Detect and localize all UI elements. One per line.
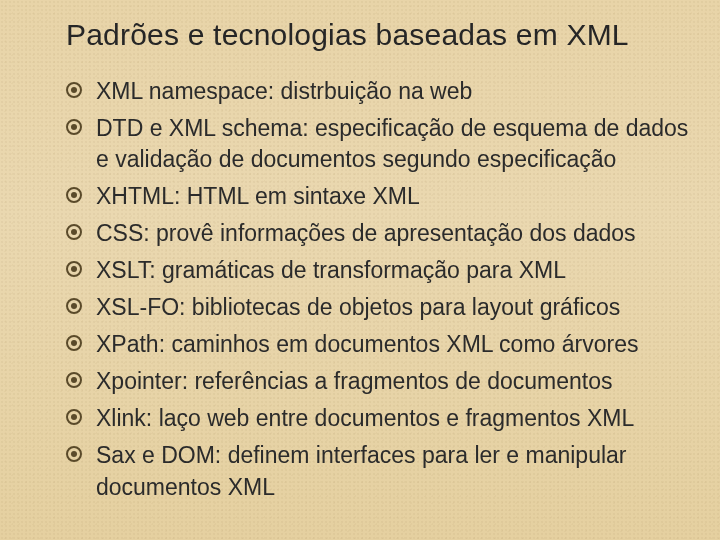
list-item: XPath: caminhos em documentos XML como á… bbox=[66, 329, 692, 360]
slide: Padrões e tecnologias baseadas em XML XM… bbox=[0, 0, 720, 540]
list-item: XHTML: HTML em sintaxe XML bbox=[66, 181, 692, 212]
list-item: XSLT: gramáticas de transformação para X… bbox=[66, 255, 692, 286]
slide-title: Padrões e tecnologias baseadas em XML bbox=[66, 18, 692, 52]
list-item: XML namespace: distrbuição na web bbox=[66, 76, 692, 107]
list-item: Sax e DOM: definem interfaces para ler e… bbox=[66, 440, 692, 502]
list-item: CSS: provê informações de apresentação d… bbox=[66, 218, 692, 249]
list-item: DTD e XML schema: especificação de esque… bbox=[66, 113, 692, 175]
bullet-list: XML namespace: distrbuição na web DTD e … bbox=[28, 76, 692, 503]
list-item: Xlink: laço web entre documentos e fragm… bbox=[66, 403, 692, 434]
list-item: Xpointer: referências a fragmentos de do… bbox=[66, 366, 692, 397]
list-item: XSL-FO: bibliotecas de objetos para layo… bbox=[66, 292, 692, 323]
